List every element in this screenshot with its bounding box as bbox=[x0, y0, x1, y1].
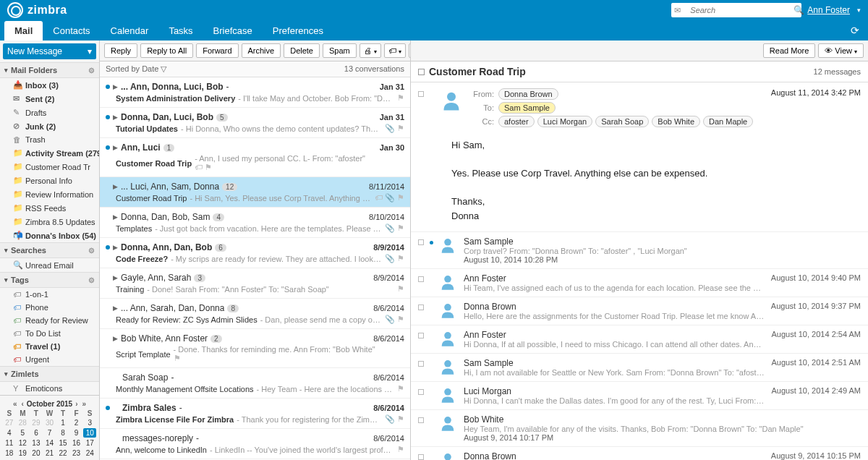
expand-icon[interactable]: ▶ bbox=[113, 335, 118, 342]
cc-pill[interactable]: Sarah Soap bbox=[595, 116, 649, 127]
reply-all-button[interactable]: Reply to All bbox=[140, 43, 193, 58]
conversation-item[interactable]: messages-noreply - 8/6/2014 Ann, welcome… bbox=[100, 429, 410, 459]
thread-item[interactable]: Sam Sample Hi, I am not available for Se… bbox=[411, 354, 868, 382]
gear-icon[interactable]: ⚙ bbox=[88, 276, 95, 284]
search-icon[interactable]: 🔍 bbox=[793, 5, 804, 15]
search-box[interactable]: ✉ ▾ 🔍 bbox=[671, 3, 801, 17]
expand-icon[interactable]: ▶ bbox=[113, 183, 118, 190]
cal-day[interactable]: 9 bbox=[70, 428, 83, 438]
cc-pill[interactable]: Luci Morgan bbox=[537, 116, 593, 127]
conversation-item[interactable]: ▶ Donna, Dan, Bob, Sam 4 8/10/2014 Templ… bbox=[100, 208, 410, 238]
sidebar-item[interactable]: 📁Review Information bbox=[0, 187, 99, 201]
sidebar-item[interactable]: ⊘Junk (2) bbox=[0, 119, 99, 133]
conversation-item[interactable]: Zimbra Sales - 8/6/2014 Zimbra License F… bbox=[100, 399, 410, 429]
flag-icon[interactable]: ⚑ bbox=[205, 163, 212, 172]
conversation-item[interactable]: ▶ ... Ann, Donna, Luci, Bob - Jan 31 Sys… bbox=[100, 77, 410, 108]
cal-day[interactable]: 10 bbox=[83, 428, 96, 438]
expand-icon[interactable] bbox=[418, 304, 424, 310]
expand-icon[interactable] bbox=[418, 69, 425, 75]
chevron-down-icon[interactable]: ▾ bbox=[857, 7, 861, 14]
cal-day[interactable]: 19 bbox=[17, 448, 30, 458]
flag-icon[interactable]: ⚑ bbox=[397, 315, 404, 324]
cal-day[interactable]: 7 bbox=[43, 428, 56, 438]
cal-day[interactable]: 13 bbox=[30, 438, 43, 448]
tab-mail[interactable]: Mail bbox=[4, 21, 43, 41]
conversation-item[interactable]: ▶ Ann, Luci 1 Jan 30 Customer Road Trip … bbox=[100, 138, 410, 177]
cal-day[interactable]: 5 bbox=[17, 428, 30, 438]
sidebar-item[interactable]: 📁RSS Feeds bbox=[0, 201, 99, 215]
thread-item[interactable]: Luci Morgan Hi Donna, I can't make the D… bbox=[411, 382, 868, 410]
flag-icon[interactable]: ⚑ bbox=[397, 384, 404, 393]
flag-icon[interactable]: ⚑ bbox=[397, 445, 404, 454]
thread-item[interactable]: Donna Brown Hello, Here are the assignme… bbox=[411, 297, 868, 325]
expand-icon[interactable] bbox=[418, 417, 424, 423]
tab-contacts[interactable]: Contacts bbox=[43, 21, 100, 41]
section-zimlets[interactable]: ▾ Zimlets bbox=[0, 366, 99, 382]
expand-icon[interactable] bbox=[418, 361, 424, 367]
forward-button[interactable]: Forward bbox=[196, 43, 238, 58]
flag-icon[interactable]: ⚑ bbox=[397, 124, 404, 133]
cc-pill[interactable]: Bob White bbox=[652, 116, 700, 127]
expand-icon[interactable]: ▶ bbox=[113, 83, 118, 90]
expand-icon[interactable] bbox=[418, 276, 424, 282]
flag-icon[interactable]: ⚑ bbox=[397, 93, 404, 103]
conversation-item[interactable]: ▶ Gayle, Ann, Sarah 3 8/9/2014 Training … bbox=[100, 268, 410, 299]
flag-icon[interactable]: ⚑ bbox=[174, 354, 181, 363]
cal-day[interactable]: 23 bbox=[70, 448, 83, 458]
tag-icon[interactable]: 🏷 bbox=[375, 193, 383, 203]
cal-day[interactable]: 17 bbox=[83, 438, 96, 448]
expand-icon[interactable]: ▶ bbox=[113, 304, 118, 312]
section-mail-folders[interactable]: ▾ Mail Folders ⚙ bbox=[0, 62, 99, 78]
cal-next-month[interactable]: › bbox=[74, 400, 79, 408]
cc-pill[interactable]: afoster bbox=[498, 116, 535, 127]
print-button[interactable]: 🖨▾ bbox=[359, 43, 381, 58]
expand-icon[interactable]: ▶ bbox=[113, 244, 118, 251]
conversation-item[interactable]: ▶ ... Luci, Ann, Sam, Donna 12 8/11/2014… bbox=[100, 177, 410, 208]
sidebar-item[interactable]: 🏷Travel (1) bbox=[0, 340, 99, 353]
cal-day[interactable]: 22 bbox=[56, 448, 69, 458]
cal-day[interactable]: 15 bbox=[56, 438, 69, 448]
conversation-item[interactable]: ▶ Bob White, Ann Foster 2 8/6/2014 Scrip… bbox=[100, 329, 410, 368]
cal-day[interactable]: 18 bbox=[3, 448, 16, 458]
cal-day[interactable]: 27 bbox=[3, 418, 16, 427]
collapse-icon[interactable] bbox=[418, 91, 424, 97]
sidebar-item[interactable]: 📁Activity Stream (279) bbox=[0, 146, 99, 160]
attach-icon[interactable]: 📎 bbox=[385, 254, 395, 263]
attach-icon[interactable]: 📎 bbox=[385, 124, 395, 133]
sort-label[interactable]: Sorted by Date ▽ bbox=[106, 64, 166, 74]
cal-month-label[interactable]: October 2015 bbox=[27, 400, 72, 408]
expand-icon[interactable]: ▶ bbox=[113, 114, 118, 121]
sidebar-item[interactable]: ✎Drafts bbox=[0, 106, 99, 119]
sidebar-item[interactable]: 📥Inbox (3) bbox=[0, 78, 99, 92]
reply-button[interactable]: Reply bbox=[104, 43, 137, 58]
gear-icon[interactable]: ⚙ bbox=[88, 247, 95, 255]
from-pill[interactable]: Donna Brown bbox=[498, 88, 558, 100]
sidebar-item[interactable]: 📁Personal Info bbox=[0, 174, 99, 187]
gear-icon[interactable]: ⚙ bbox=[88, 67, 95, 74]
attach-icon[interactable]: 📎 bbox=[385, 414, 395, 424]
cal-day[interactable]: 2 bbox=[70, 418, 83, 427]
tab-briefcase[interactable]: Briefcase bbox=[203, 21, 263, 41]
attach-icon[interactable]: 📎 bbox=[385, 193, 395, 203]
cal-day[interactable]: 29 bbox=[30, 418, 43, 427]
sidebar-item[interactable]: 🗑Trash bbox=[0, 133, 99, 146]
sidebar-item[interactable]: ✉Sent (2) bbox=[0, 92, 99, 106]
expand-icon[interactable] bbox=[418, 454, 424, 460]
sidebar-item[interactable]: 🏷Phone bbox=[0, 301, 99, 314]
expand-icon[interactable]: ▶ bbox=[113, 213, 118, 221]
sidebar-item[interactable]: 🏷To Do List bbox=[0, 327, 99, 340]
flag-icon[interactable]: ⚑ bbox=[397, 254, 404, 263]
thread-item[interactable]: Ann Foster Hi Team, I've assigned each o… bbox=[411, 269, 868, 297]
thread-item[interactable]: Bob White Hey Team, I'm available for an… bbox=[411, 410, 868, 447]
to-pill[interactable]: Sam Sample bbox=[498, 102, 556, 114]
cal-day[interactable]: 28 bbox=[17, 418, 30, 427]
search-input[interactable] bbox=[687, 6, 793, 14]
cal-day[interactable]: 14 bbox=[43, 438, 56, 448]
cal-day[interactable]: 6 bbox=[30, 428, 43, 438]
tab-preferences[interactable]: Preferences bbox=[263, 21, 333, 41]
cal-day[interactable]: 8 bbox=[56, 428, 69, 438]
sidebar-item[interactable]: 📬Donna's Inbox (54) bbox=[0, 229, 99, 242]
tab-tasks[interactable]: Tasks bbox=[158, 21, 203, 41]
conversation-item[interactable]: ▶ Donna, Dan, Luci, Bob 5 Jan 31 Tutoria… bbox=[100, 108, 410, 138]
flag-icon[interactable]: ⚑ bbox=[397, 414, 404, 424]
